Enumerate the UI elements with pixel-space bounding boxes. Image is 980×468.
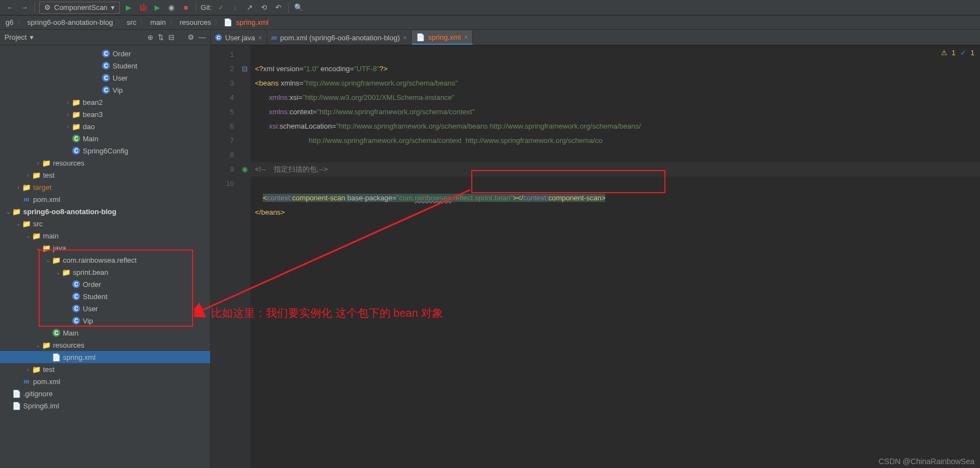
tree-label: bean2 bbox=[83, 98, 103, 107]
project-tree[interactable]: COrderCStudentCUserCVip›📁bean2›📁bean3›📁d… bbox=[0, 45, 210, 468]
class-icon: C bbox=[102, 73, 110, 82]
editor-tabs: CUser.java×mpom.xml (spring6-oo8-anotati… bbox=[211, 30, 980, 45]
hide-icon[interactable]: — bbox=[199, 33, 206, 41]
folder-icon: 📁 bbox=[72, 110, 81, 119]
code-editor[interactable]: <?xml version="1.0" encoding="UTF-8"?> <… bbox=[251, 45, 980, 468]
tree-label: Student bbox=[83, 292, 108, 301]
tree-row[interactable]: ›📁bean2 bbox=[0, 96, 210, 108]
close-icon[interactable]: × bbox=[258, 34, 262, 41]
tree-row[interactable]: ⌄📁java bbox=[0, 242, 210, 254]
tree-row[interactable]: mpom.xml bbox=[0, 375, 210, 387]
gutter: 12345678910 bbox=[211, 45, 238, 468]
tree-label: Spring6.iml bbox=[23, 402, 59, 410]
file-icon: 📄 bbox=[12, 389, 21, 398]
tree-row[interactable]: CUser bbox=[0, 72, 210, 84]
tree-row[interactable]: CStudent bbox=[0, 290, 210, 302]
locate-icon[interactable]: ⊕ bbox=[147, 33, 153, 41]
run-icon[interactable]: ▶ bbox=[123, 2, 134, 13]
git-push-icon[interactable]: ↗ bbox=[244, 2, 255, 13]
profile-icon[interactable]: ◉ bbox=[166, 2, 177, 13]
class-g-icon: C bbox=[72, 134, 81, 143]
tree-row[interactable]: mpom.xml bbox=[0, 193, 210, 205]
tab-label: spring.xml bbox=[428, 33, 461, 41]
tree-row[interactable]: ›📁target bbox=[0, 181, 210, 193]
tree-label: User bbox=[113, 74, 127, 82]
tree-label: Order bbox=[113, 50, 131, 58]
run-config-combo[interactable]: ⚙ ComponentScan ▾ bbox=[39, 2, 120, 14]
class-icon: C bbox=[102, 61, 110, 70]
chevron-down-icon[interactable]: ▾ bbox=[30, 33, 34, 41]
tree-row[interactable]: ⌄📁main bbox=[0, 230, 210, 242]
tree-row[interactable]: ›📁bean3 bbox=[0, 108, 210, 120]
bc-0[interactable]: g6 bbox=[4, 18, 14, 26]
tree-row[interactable]: ›📁resources bbox=[0, 157, 210, 169]
tree-row[interactable]: CUser bbox=[0, 302, 210, 315]
project-title[interactable]: Project bbox=[4, 33, 26, 41]
tree-label: Vip bbox=[83, 317, 93, 325]
close-icon[interactable]: × bbox=[403, 34, 407, 41]
class-icon: C bbox=[72, 304, 81, 313]
tree-label: Order bbox=[83, 280, 101, 289]
bc-5[interactable]: spring.xml bbox=[235, 18, 269, 26]
editor-tab[interactable]: CUser.java× bbox=[211, 30, 267, 45]
search-icon[interactable]: 🔍 bbox=[293, 2, 304, 13]
stop-icon[interactable]: ■ bbox=[180, 2, 191, 13]
inspection-indicator[interactable]: ⚠ 1 ✓ 1 bbox=[941, 49, 974, 57]
tree-row[interactable]: CStudent bbox=[0, 60, 210, 72]
tree-row[interactable]: 📄Spring6.iml bbox=[0, 400, 210, 412]
tree-row[interactable]: COrder bbox=[0, 47, 210, 60]
run-config-label: ComponentScan bbox=[54, 3, 108, 12]
tree-label: spring.xml bbox=[63, 353, 95, 361]
tree-row[interactable]: CSpring6Config bbox=[0, 145, 210, 157]
bc-2[interactable]: src bbox=[126, 18, 137, 26]
tab-label: pom.xml (spring6-oo8-anotation-blog) bbox=[280, 34, 400, 42]
tree-label: Vip bbox=[113, 86, 123, 94]
git-history-icon[interactable]: ⟲ bbox=[258, 2, 269, 13]
project-sidebar: Project ▾ ⊕ ⇅ ⊟ ⚙ — COrderCStudentCUserC… bbox=[0, 30, 211, 468]
tree-row[interactable]: ⌄📁sprint.bean bbox=[0, 266, 210, 278]
bc-1[interactable]: spring6-oo8-anotation-blog bbox=[26, 18, 114, 26]
coverage-icon[interactable]: ▶ bbox=[152, 2, 163, 13]
tree-row[interactable]: CVip bbox=[0, 315, 210, 327]
tree-row[interactable]: 📄spring.xml bbox=[0, 351, 210, 363]
tree-label: Main bbox=[63, 329, 78, 337]
folder-icon: 📁 bbox=[72, 98, 81, 107]
editor-tab[interactable]: mpom.xml (spring6-oo8-anotation-blog)× bbox=[267, 30, 412, 45]
tree-label: test bbox=[43, 171, 55, 179]
debug-icon[interactable]: 🐞 bbox=[137, 2, 148, 13]
tree-row[interactable]: CMain bbox=[0, 132, 210, 145]
tree-row[interactable]: CMain bbox=[0, 327, 210, 339]
editor-tab[interactable]: 📄spring.xml× bbox=[412, 30, 473, 45]
expand-icon[interactable]: ⇅ bbox=[158, 33, 164, 41]
git-commit-icon[interactable]: ↓ bbox=[230, 2, 241, 13]
tree-row[interactable]: CVip bbox=[0, 84, 210, 96]
tree-row[interactable]: ›📁test bbox=[0, 169, 210, 181]
tree-label: pom.xml bbox=[33, 195, 60, 204]
forward-icon[interactable]: → bbox=[19, 2, 30, 13]
tree-row[interactable]: ⌄📁resources bbox=[0, 339, 210, 351]
class-icon: C bbox=[215, 34, 222, 41]
git-rollback-icon[interactable]: ↶ bbox=[273, 2, 284, 13]
git-update-icon[interactable]: ✓ bbox=[215, 2, 226, 13]
breadcrumb: g6〉 spring6-oo8-anotation-blog〉 src〉 mai… bbox=[0, 15, 980, 30]
tree-row[interactable]: ›📁dao bbox=[0, 120, 210, 132]
class-icon: C bbox=[102, 86, 110, 94]
back-icon[interactable]: ← bbox=[4, 2, 15, 13]
bc-3[interactable]: main bbox=[149, 18, 167, 26]
gear-icon[interactable]: ⚙ bbox=[188, 33, 194, 41]
git-label: Git: bbox=[201, 3, 212, 12]
folder-icon: 📁 bbox=[22, 219, 31, 228]
collapse-icon[interactable]: ⊟ bbox=[168, 33, 174, 41]
tree-row[interactable]: ⌄📁com.rainbowsea.reflect bbox=[0, 254, 210, 266]
tree-row[interactable]: COrder bbox=[0, 278, 210, 290]
folder-icon: 📁 bbox=[32, 365, 41, 374]
bc-4[interactable]: resources bbox=[178, 18, 212, 26]
tree-row[interactable]: ⌄📁spring6-oo8-anotation-blog bbox=[0, 205, 210, 217]
class-g-icon: C bbox=[52, 328, 61, 337]
close-icon[interactable]: × bbox=[464, 34, 467, 40]
config-icon: ⚙ bbox=[44, 3, 51, 12]
tree-row[interactable]: ⌄📁src bbox=[0, 217, 210, 230]
tree-row[interactable]: 📄.gitignore bbox=[0, 387, 210, 400]
tree-label: Student bbox=[113, 62, 137, 70]
tree-row[interactable]: ›📁test bbox=[0, 363, 210, 375]
